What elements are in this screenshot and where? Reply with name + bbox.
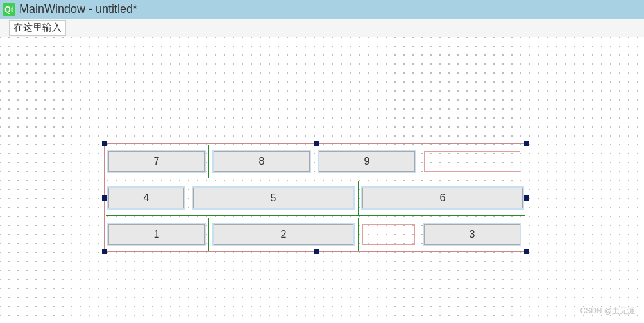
- push-button-7[interactable]: 7: [108, 151, 205, 172]
- push-button-8[interactable]: 8: [214, 151, 310, 172]
- menu-bar: 在这里输入: [0, 19, 644, 37]
- grid-layout-widget[interactable]: 7 8 9 4 5 6 1 2 3: [104, 143, 527, 252]
- layout-col-separator: [208, 145, 209, 178]
- layout-col-separator: [189, 181, 189, 215]
- resize-handle-top-center[interactable]: [314, 141, 319, 146]
- push-button-2[interactable]: 2: [214, 224, 353, 245]
- resize-handle-bottom-center[interactable]: [314, 249, 319, 254]
- menu-type-here-input[interactable]: 在这里输入: [9, 20, 66, 36]
- window-title: MainWindow - untitled*: [19, 3, 137, 16]
- push-button-3[interactable]: 3: [424, 224, 520, 245]
- empty-cell-placeholder[interactable]: [362, 224, 415, 245]
- push-button-5[interactable]: 5: [193, 188, 353, 208]
- push-button-9[interactable]: 9: [319, 151, 415, 172]
- resize-handle-mid-right[interactable]: [524, 195, 529, 201]
- layout-col-separator: [208, 218, 209, 251]
- layout-col-separator: [358, 218, 359, 251]
- push-button-4[interactable]: 4: [108, 188, 184, 208]
- title-bar: Qt MainWindow - untitled*: [0, 0, 644, 19]
- push-button-1[interactable]: 1: [108, 224, 205, 245]
- resize-handle-mid-left[interactable]: [102, 195, 107, 201]
- layout-col-separator: [314, 145, 314, 178]
- watermark-text: CSDN @虫无涯: [580, 306, 635, 317]
- qt-icon: Qt: [3, 3, 15, 16]
- resize-handle-bottom-left[interactable]: [102, 249, 107, 254]
- empty-cell-placeholder[interactable]: [424, 151, 520, 172]
- resize-handle-top-right[interactable]: [524, 141, 529, 146]
- layout-col-separator: [419, 145, 419, 178]
- layout-col-separator: [419, 218, 419, 251]
- layout-col-separator: [358, 181, 359, 215]
- design-canvas[interactable]: 7 8 9 4 5 6 1 2 3 CSDN @虫无涯: [0, 37, 644, 319]
- resize-handle-top-left[interactable]: [102, 141, 107, 146]
- resize-handle-bottom-right[interactable]: [524, 249, 529, 254]
- push-button-6[interactable]: 6: [362, 188, 523, 208]
